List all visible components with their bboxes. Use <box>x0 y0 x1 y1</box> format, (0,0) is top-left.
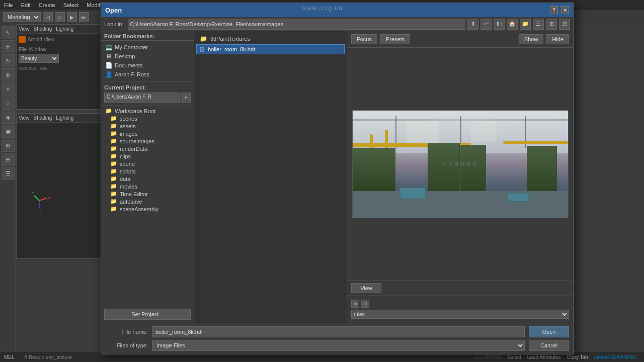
small-viewport-top: View Shading Lighting Arnold View File W… <box>16 24 104 110</box>
window-menu-small[interactable]: Window <box>29 47 47 52</box>
menu-edit[interactable]: Edit <box>21 2 31 8</box>
viewport-b-lighting[interactable]: Lighting <box>56 115 73 121</box>
tree-sourceimages-label: sourceImages <box>120 138 154 144</box>
tool-10[interactable]: ⊟ <box>2 153 15 166</box>
file-item-3dpaint[interactable]: 📁 3dPaintTextures <box>196 33 345 44</box>
viewport-b-shading[interactable]: Shading <box>34 115 52 121</box>
toolbar-icon-2[interactable]: ▷ <box>55 12 65 22</box>
linkedin-learning-label: Linked LEARNING <box>594 354 636 360</box>
current-project-label: Current Project: <box>104 84 191 90</box>
tool-6[interactable]: ○ <box>2 97 15 110</box>
tree-timeeditor[interactable]: 📁 Time Editor <box>101 190 194 198</box>
tree-images[interactable]: 📁 images <box>101 130 194 137</box>
lookin-input[interactable] <box>128 19 465 30</box>
tree-data-label: data <box>120 176 130 182</box>
tree-clips[interactable]: 📁 clips <box>101 152 194 160</box>
cancel-button[interactable]: Cancel <box>529 340 569 351</box>
tool-11[interactable]: ☰ <box>2 167 15 180</box>
file-item-boilerroom[interactable]: 🖼 boiler_room_8k.hdr <box>196 44 345 54</box>
tool-5[interactable]: ⌗ <box>2 82 15 96</box>
sound-folder-icon: 📁 <box>110 160 117 167</box>
hdr-file-icon: 🖼 <box>200 47 205 52</box>
open-button[interactable]: Open <box>529 326 569 337</box>
tree-assets-label: assets <box>120 123 136 129</box>
view-btn[interactable]: View <box>351 283 381 293</box>
dialog-titlebar: Open ? ✕ <box>101 3 573 17</box>
load-attributes-btn[interactable]: Load Attributes <box>527 354 561 360</box>
toolbar-small-icon[interactable]: ⊟ <box>559 19 570 30</box>
tree-scenes[interactable]: 📁 scenes <box>101 115 194 122</box>
hdr-floor <box>353 191 568 218</box>
viewport-shading-label[interactable]: Shading <box>34 26 52 32</box>
viewport-lighting-label[interactable]: Lighting <box>56 26 73 32</box>
copy-tab-btn[interactable]: Copy Tab <box>567 354 588 360</box>
filetype-dropdown[interactable]: Image Files <box>152 340 525 351</box>
tree-assets[interactable]: 📁 assets <box>101 122 194 130</box>
file-list: 📁 3dPaintTextures 🖼 boiler_room_8k.hdr <box>194 31 347 323</box>
tree-autosave[interactable]: 📁 autosave <box>101 198 194 205</box>
tool-7[interactable]: ◈ <box>2 111 15 124</box>
filename-label: File name: <box>105 329 148 335</box>
user-icon: 👤 <box>105 71 112 78</box>
rotate-tool-btn[interactable]: ↻ <box>2 54 15 67</box>
autosave-folder-icon: 📁 <box>110 198 117 205</box>
file-menu-small[interactable]: File <box>19 47 27 52</box>
bookmark-my-computer[interactable]: 💻 My Computer <box>101 43 194 52</box>
viewport-bottom-toolbar: View Shading Lighting <box>17 114 104 123</box>
dialog-toolbar: Look in: ⬆ ↩ ⬆↑ 🏠 📁 ☰ ⊞ ⊟ <box>101 17 573 31</box>
tree-movies[interactable]: 📁 movies <box>101 183 194 190</box>
menu-create[interactable]: Create <box>39 2 55 8</box>
menu-select[interactable]: Select <box>63 2 79 8</box>
toolbar-home-icon[interactable]: 🏠 <box>507 19 518 30</box>
show-btn[interactable]: Show <box>519 34 544 44</box>
expand-icon-1[interactable]: ⊞ <box>351 300 359 308</box>
dialog-footer: File name: Open Files of type: Image Fil… <box>101 323 573 354</box>
tree-renderdata-label: renderData <box>120 146 147 152</box>
tool-8[interactable]: ▣ <box>2 125 15 138</box>
tree-renderdata[interactable]: 📁 renderData <box>101 145 194 152</box>
hide-btn[interactable]: Hide <box>546 34 569 44</box>
viewport-b-view[interactable]: View <box>19 115 30 121</box>
preview-canvas: 人人素材社区 <box>352 110 569 218</box>
toolbar-back-icon[interactable]: ⬆ <box>467 19 478 30</box>
viewport-view-label[interactable]: View <box>19 26 30 32</box>
filetype-row: Files of type: Image Files Cancel <box>105 340 569 351</box>
scripts-folder-icon: 📁 <box>110 168 117 174</box>
select-tool-btn[interactable]: ↖ <box>2 26 15 39</box>
tree-data[interactable]: 📁 data <box>101 175 194 183</box>
expand-icon-2[interactable]: ⊟ <box>361 300 369 308</box>
mode-dropdown[interactable]: Modeling <box>3 12 41 22</box>
tree-workspace-root[interactable]: 📁 Workspace Root <box>101 107 194 115</box>
filename-input[interactable] <box>152 326 525 337</box>
presets-btn[interactable]: Presets <box>380 34 410 44</box>
toolbar-list-icon[interactable]: ☰ <box>533 19 544 30</box>
project-path-dropdown-btn[interactable]: ▾ <box>181 93 191 103</box>
bookmark-desktop[interactable]: 🖥 Desktop <box>101 52 194 61</box>
dialog-close-btn[interactable]: ✕ <box>561 6 569 14</box>
svg-line-0 <box>39 198 47 201</box>
toolbar-icon-4[interactable]: ⏭ <box>79 12 89 22</box>
rules-dropdown[interactable]: rules <box>351 310 569 319</box>
open-dialog: Open ? ✕ Look in: ⬆ ↩ ⬆↑ 🏠 📁 ☰ ⊞ ⊟ Folde… <box>101 3 574 354</box>
set-project-button[interactable]: Set Project... <box>104 309 191 320</box>
toolbar-icon-1[interactable]: ◁ <box>43 12 53 22</box>
select-btn-status[interactable]: Select <box>507 354 521 360</box>
bookmark-aaron[interactable]: 👤 Aaron F. Ross <box>101 70 194 79</box>
tree-scripts[interactable]: 📁 scripts <box>101 167 194 175</box>
focus-btn[interactable]: Focus <box>351 34 377 44</box>
toolbar-icon-3[interactable]: ▶ <box>67 12 77 22</box>
tree-sound[interactable]: 📁 sound <box>101 160 194 167</box>
dialog-help-btn[interactable]: ? <box>550 6 558 14</box>
tree-sceneassembly[interactable]: 📁 sceneAssembly <box>101 205 194 213</box>
viewport-top-toolbar: View Shading Lighting <box>17 25 104 34</box>
toolbar-up-icon[interactable]: ⬆↑ <box>494 19 505 30</box>
toolbar-newfolder-icon[interactable]: 📁 <box>520 19 531 30</box>
scale-tool-btn[interactable]: ⊕ <box>2 68 15 81</box>
menu-file[interactable]: File <box>4 2 13 8</box>
tree-sourceimages[interactable]: 📁 sourceImages <box>101 137 194 145</box>
toolbar-fwd-icon[interactable]: ↩ <box>480 19 492 30</box>
bookmark-documents[interactable]: 📄 Documents <box>101 61 194 70</box>
toolbar-detail-icon[interactable]: ⊞ <box>546 19 557 30</box>
move-tool-btn[interactable]: ✛ <box>2 40 15 53</box>
tool-9[interactable]: ⊞ <box>2 139 15 152</box>
